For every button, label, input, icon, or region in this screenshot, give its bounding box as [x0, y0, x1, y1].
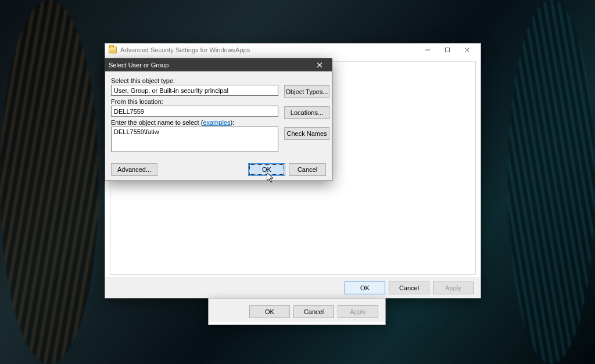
parent-cancel-button[interactable]: Cancel [389, 282, 429, 294]
dialog-ok-button[interactable]: OK [248, 163, 285, 176]
parent-ok-button[interactable]: OK [345, 282, 385, 294]
location-label: From this location: [111, 98, 326, 105]
close-button[interactable] [457, 44, 477, 56]
folder-icon [109, 46, 117, 53]
dialog-titlebar[interactable]: Select User or Group [105, 59, 332, 71]
minimize-button[interactable] [418, 44, 438, 56]
object-name-input[interactable] [111, 127, 278, 152]
underlying-window-buttons: OK Cancel Apply [208, 298, 386, 325]
dialog-cancel-button[interactable]: Cancel [289, 163, 326, 176]
parent-title: Advanced Security Settings for WindowsAp… [120, 46, 418, 53]
object-types-button[interactable]: Object Types... [284, 85, 329, 98]
grand-cancel-button[interactable]: Cancel [293, 305, 334, 318]
parent-titlebar[interactable]: Advanced Security Settings for WindowsAp… [105, 44, 481, 56]
select-user-or-group-dialog: Select User or Group Select this object … [105, 58, 332, 181]
maximize-button[interactable] [438, 44, 457, 56]
object-type-label: Select this object type: [111, 77, 326, 84]
advanced-button[interactable]: Advanced... [111, 163, 157, 176]
dialog-close-button[interactable] [311, 59, 328, 71]
grand-apply-button: Apply [338, 305, 378, 318]
locations-button[interactable]: Locations... [284, 106, 329, 119]
grand-button-row: OK Cancel Apply [209, 298, 385, 322]
location-field[interactable] [111, 106, 278, 117]
object-name-label: Enter the object name to select (example… [111, 119, 326, 126]
parent-button-row: OK Cancel Apply [105, 277, 481, 298]
svg-rect-1 [446, 48, 450, 52]
object-type-field[interactable] [111, 85, 278, 96]
examples-link[interactable]: examples [203, 119, 230, 126]
dialog-title: Select User or Group [109, 62, 311, 69]
grand-ok-button[interactable]: OK [249, 305, 290, 318]
check-names-button[interactable]: Check Names [284, 127, 329, 140]
parent-apply-button: Apply [433, 282, 474, 294]
